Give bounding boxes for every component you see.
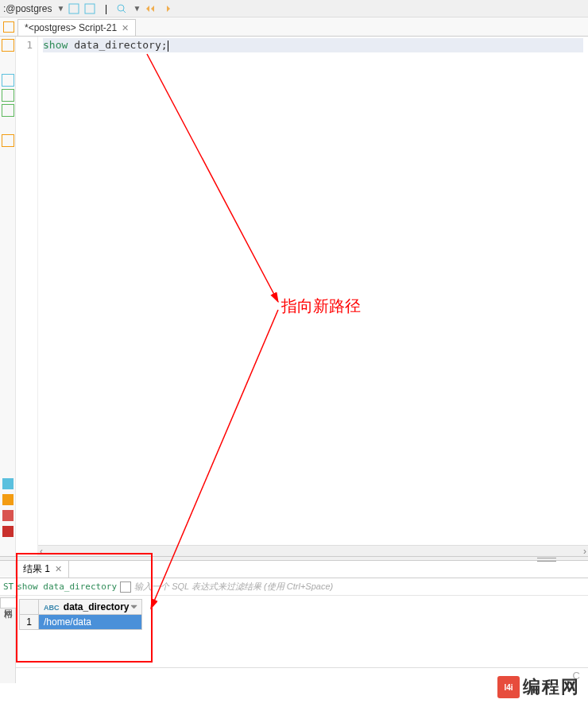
sql-identifier: data_directory; bbox=[68, 39, 167, 51]
svg-rect-0 bbox=[69, 4, 79, 14]
row-number-cell[interactable]: 1 bbox=[20, 615, 39, 630]
results-tab-label: 结果 1 bbox=[23, 562, 50, 576]
editor-tab-bar: *<postgres> Script-21 ✕ bbox=[0, 17, 588, 37]
tab-title: *<postgres> Script-21 bbox=[25, 22, 117, 33]
toolbar-icon-2[interactable] bbox=[83, 2, 96, 15]
expand-icon[interactable] bbox=[120, 581, 131, 593]
code-text-area[interactable]: show data_directory; bbox=[38, 37, 588, 556]
code-editor[interactable]: 1 show data_directory; bbox=[16, 37, 588, 556]
table-corner-cell[interactable] bbox=[20, 600, 39, 615]
gutter-icon-3[interactable] bbox=[2, 89, 14, 102]
column-type-badge: ABC bbox=[44, 604, 60, 612]
svg-line-3 bbox=[123, 10, 126, 13]
toolbar-icon-1[interactable] bbox=[68, 2, 80, 15]
code-line-1[interactable]: show data_directory; bbox=[43, 38, 583, 52]
sql-file-icon bbox=[3, 21, 14, 33]
results-side-gutter: 网格 bbox=[0, 596, 16, 683]
results-tab[interactable]: 结果 1 ✕ bbox=[16, 560, 69, 578]
gutter-lower-icon-1[interactable] bbox=[2, 478, 14, 489]
watermark: l4i 编程网 bbox=[497, 675, 580, 699]
toolbar-divider: | bbox=[99, 2, 112, 15]
gutter-icon-2[interactable] bbox=[2, 74, 14, 87]
db-dropdown-icon[interactable]: ▼ bbox=[57, 4, 65, 13]
watermark-brand-text: 编程网 bbox=[523, 675, 580, 699]
table-row[interactable]: 1 /home/data bbox=[20, 615, 142, 630]
search-dropdown-icon[interactable]: ▼ bbox=[133, 4, 141, 13]
results-table: ABC data_directory ⏷ ↕ 1 /home/data bbox=[19, 599, 142, 630]
column-name: data_directory bbox=[64, 601, 130, 612]
results-tab-bar: 结果 1 ✕ bbox=[0, 561, 588, 578]
line-number: 1 bbox=[16, 38, 33, 52]
results-tab-close-icon[interactable]: ✕ bbox=[55, 564, 62, 574]
svg-point-2 bbox=[118, 5, 124, 11]
toolbar-icon-4[interactable] bbox=[160, 2, 172, 15]
sql-type-badge: ST bbox=[3, 581, 14, 592]
results-view-tab-grid[interactable]: 网格 bbox=[0, 597, 17, 608]
filter-input[interactable]: 输入一个 SQL 表达式来过滤结果 (使用 Ctrl+Space) bbox=[134, 581, 585, 593]
results-grid: ABC data_directory ⏷ ↕ 1 /home/data C bbox=[16, 596, 588, 683]
left-action-gutter bbox=[0, 37, 16, 556]
editor-horizontal-scrollbar[interactable] bbox=[38, 545, 588, 556]
svg-rect-1 bbox=[85, 4, 95, 14]
gutter-lower-icon-3[interactable] bbox=[2, 510, 14, 521]
tab-close-icon[interactable]: ✕ bbox=[122, 23, 129, 33]
horizontal-splitter[interactable] bbox=[0, 556, 588, 561]
column-header[interactable]: ABC data_directory ⏷ ↕ bbox=[39, 600, 142, 615]
column-sort-icon[interactable]: ↕ bbox=[123, 602, 127, 611]
editor-tab[interactable]: *<postgres> Script-21 ✕ bbox=[17, 19, 136, 36]
gutter-lower-icon-2[interactable] bbox=[2, 494, 14, 505]
gutter-icon-4[interactable] bbox=[2, 104, 14, 117]
top-toolbar: :@postgres ▼ | ▼ bbox=[0, 0, 588, 17]
data-cell[interactable]: /home/data bbox=[39, 615, 142, 630]
column-filter-icon[interactable]: ⏷ bbox=[130, 602, 138, 611]
editor-area: 1 show data_directory; bbox=[0, 37, 588, 556]
executed-sql-text: show data_directory bbox=[17, 581, 117, 592]
line-number-gutter: 1 bbox=[16, 37, 38, 556]
db-connection-label[interactable]: :@postgres bbox=[3, 3, 52, 14]
gutter-icon-5[interactable] bbox=[2, 134, 14, 147]
sql-keyword: show bbox=[43, 39, 68, 51]
gutter-icon-run[interactable] bbox=[2, 39, 14, 52]
gutter-lower-icon-4[interactable] bbox=[2, 526, 14, 537]
search-icon[interactable] bbox=[115, 2, 128, 15]
table-header-row: ABC data_directory ⏷ ↕ bbox=[20, 600, 142, 615]
watermark-logo: l4i bbox=[497, 676, 520, 698]
results-panel: 网格 ABC data_directory ⏷ ↕ 1 /home/data C bbox=[0, 596, 588, 683]
toolbar-icon-3[interactable] bbox=[144, 2, 157, 15]
text-cursor bbox=[168, 41, 168, 52]
results-filter-bar: ST show data_directory 输入一个 SQL 表达式来过滤结果… bbox=[0, 578, 588, 596]
